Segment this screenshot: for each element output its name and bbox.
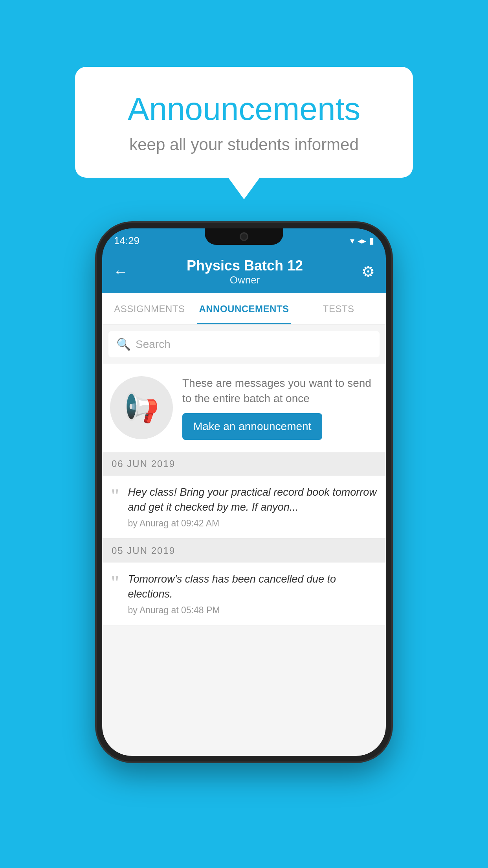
announcement-promo-card: 📢 These are messages you want to send to… xyxy=(102,364,386,452)
announcement-item-1[interactable]: " Hey class! Bring your practical record… xyxy=(102,476,386,539)
status-time: 14:29 xyxy=(114,235,139,247)
wifi-icon: ▾ xyxy=(350,236,354,246)
phone-frame: 14:29 ▾ ◂▸ ▮ ← Physics Batch 12 Owner ⚙ … xyxy=(97,223,391,761)
tab-bar: ASSIGNMENTS ANNOUNCEMENTS TESTS xyxy=(102,293,386,325)
megaphone-icon: 📢 xyxy=(124,391,159,425)
signal-icon: ◂▸ xyxy=(358,236,366,246)
bubble-subtitle: keep all your students informed xyxy=(103,135,385,154)
phone-frame-wrapper: 14:29 ▾ ◂▸ ▮ ← Physics Batch 12 Owner ⚙ … xyxy=(0,223,488,761)
announcement-text-2: Tomorrow's class has been cancelled due … xyxy=(128,572,378,602)
speech-bubble-card: Announcements keep all your students inf… xyxy=(75,67,413,178)
announcement-text-1: Hey class! Bring your practical record b… xyxy=(128,485,378,515)
bubble-title: Announcements xyxy=(103,90,385,127)
volume-down-button xyxy=(97,338,100,362)
app-header: ← Physics Batch 12 Owner ⚙ xyxy=(102,250,386,293)
make-announcement-button[interactable]: Make an announcement xyxy=(182,413,322,440)
speech-bubble-section: Announcements keep all your students inf… xyxy=(75,67,413,199)
back-button[interactable]: ← xyxy=(113,263,128,280)
date-header-2: 05 JUN 2019 xyxy=(102,539,386,563)
quote-icon-1: " xyxy=(110,487,120,505)
announcement-meta-2: by Anurag at 05:48 PM xyxy=(128,605,378,616)
promo-content: These are messages you want to send to t… xyxy=(182,375,378,440)
front-camera xyxy=(240,232,248,241)
volume-up-button xyxy=(97,307,100,331)
announcement-content-1: Hey class! Bring your practical record b… xyxy=(128,485,378,529)
promo-description: These are messages you want to send to t… xyxy=(182,375,378,406)
tab-tests[interactable]: TESTS xyxy=(291,293,386,324)
status-icons: ▾ ◂▸ ▮ xyxy=(350,236,374,246)
search-icon: 🔍 xyxy=(116,337,131,351)
announcement-meta-1: by Anurag at 09:42 AM xyxy=(128,518,378,529)
power-button xyxy=(388,323,391,354)
header-center: Physics Batch 12 Owner xyxy=(187,257,303,286)
phone-notch xyxy=(205,228,283,245)
search-bar[interactable]: 🔍 Search xyxy=(108,331,380,357)
announcement-item-2[interactable]: " Tomorrow's class has been cancelled du… xyxy=(102,563,386,625)
tab-assignments[interactable]: ASSIGNMENTS xyxy=(102,293,197,324)
search-placeholder: Search xyxy=(136,338,171,351)
promo-icon-circle: 📢 xyxy=(110,376,173,439)
battery-icon: ▮ xyxy=(369,236,374,246)
header-title: Physics Batch 12 xyxy=(187,257,303,274)
date-header-1: 06 JUN 2019 xyxy=(102,452,386,476)
bubble-arrow xyxy=(228,178,260,199)
settings-icon[interactable]: ⚙ xyxy=(361,263,375,280)
header-subtitle: Owner xyxy=(187,274,303,286)
announcement-content-2: Tomorrow's class has been cancelled due … xyxy=(128,572,378,616)
quote-icon-2: " xyxy=(110,574,120,592)
phone-screen: 🔍 Search 📢 These are messages you want t… xyxy=(102,325,386,756)
tab-announcements[interactable]: ANNOUNCEMENTS xyxy=(197,293,292,324)
